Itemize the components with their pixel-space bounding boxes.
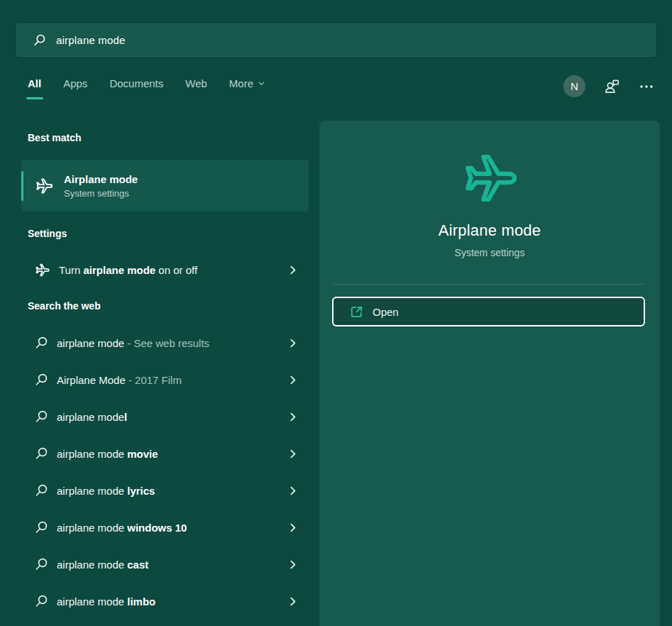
tab-apps[interactable]: Apps bbox=[63, 77, 87, 99]
search-box[interactable]: airplane mode bbox=[16, 23, 656, 57]
tab-more[interactable]: More bbox=[229, 77, 265, 99]
airplane-icon bbox=[34, 176, 54, 196]
web-suggestion-row[interactable]: airplane mode movie bbox=[21, 438, 309, 469]
person-chat-icon[interactable] bbox=[602, 77, 621, 96]
web-suggestion-label: Airplane Mode - 2017 Film bbox=[57, 374, 182, 386]
web-suggestion-row[interactable]: airplane mode cast bbox=[21, 549, 309, 580]
preview-title: Airplane mode bbox=[319, 221, 660, 240]
airplane-icon bbox=[458, 147, 521, 209]
preview-panel: Airplane mode System settings Open bbox=[319, 121, 660, 626]
web-suggestion-row[interactable]: airplane mode - See web results bbox=[21, 327, 309, 358]
chevron-right-icon bbox=[287, 374, 299, 386]
avatar[interactable]: N bbox=[563, 75, 585, 97]
chevron-right-icon bbox=[287, 448, 299, 460]
search-input[interactable]: airplane mode bbox=[56, 34, 126, 46]
web-suggestion-row[interactable]: airplane mode lyrics bbox=[21, 475, 309, 506]
web-suggestion-label: airplane mode lyrics bbox=[57, 485, 155, 497]
tab-web[interactable]: Web bbox=[185, 77, 207, 99]
search-web-heading: Search the web bbox=[28, 300, 101, 312]
search-icon bbox=[34, 446, 48, 461]
web-suggestion-label: airplane mode windows 10 bbox=[57, 522, 187, 534]
search-icon bbox=[34, 373, 48, 387]
chevron-right-icon bbox=[287, 411, 299, 423]
header-actions: N bbox=[563, 75, 655, 97]
chevron-down-icon bbox=[258, 79, 265, 87]
chevron-right-icon bbox=[287, 264, 299, 276]
web-suggestion-row[interactable]: airplane model bbox=[21, 401, 309, 432]
web-suggestion-label: airplane mode cast bbox=[57, 559, 148, 571]
search-icon bbox=[34, 483, 48, 498]
open-button-label: Open bbox=[373, 306, 399, 318]
web-suggestion-row[interactable]: airplane mode limbo bbox=[21, 586, 309, 617]
best-match-title: Airplane mode bbox=[64, 173, 138, 185]
chevron-right-icon bbox=[287, 559, 299, 571]
selection-accent-bar bbox=[21, 171, 23, 201]
web-suggestion-label: airplane mode - See web results bbox=[57, 337, 209, 349]
search-icon bbox=[33, 33, 46, 47]
airplane-icon bbox=[34, 262, 50, 278]
web-suggestion-label: airplane mode movie bbox=[57, 448, 158, 460]
search-icon bbox=[34, 336, 48, 350]
settings-heading: Settings bbox=[28, 228, 67, 239]
divider bbox=[334, 284, 644, 285]
settings-item-airplane-toggle[interactable]: Turn airplane mode on or off bbox=[21, 254, 309, 285]
search-icon bbox=[34, 594, 48, 608]
chevron-right-icon bbox=[287, 485, 299, 497]
tab-all[interactable]: All bbox=[28, 77, 41, 99]
best-match-heading: Best match bbox=[28, 132, 81, 143]
tab-documents[interactable]: Documents bbox=[109, 77, 163, 99]
settings-item-label: Turn airplane mode on or off bbox=[59, 264, 197, 276]
chevron-right-icon bbox=[287, 595, 299, 608]
search-icon bbox=[34, 410, 48, 424]
search-icon bbox=[34, 557, 48, 571]
open-external-icon bbox=[349, 304, 364, 319]
web-suggestion-row[interactable]: airplane mode windows 10 bbox=[21, 512, 309, 543]
chevron-right-icon bbox=[287, 522, 299, 534]
best-match-item[interactable]: Airplane mode System settings bbox=[21, 160, 309, 212]
web-suggestion-row[interactable]: Airplane Mode - 2017 Film bbox=[21, 364, 309, 395]
search-icon bbox=[34, 520, 48, 534]
preview-subtitle: System settings bbox=[319, 247, 660, 258]
filter-tabs: All Apps Documents Web More bbox=[28, 77, 265, 99]
chevron-right-icon bbox=[287, 337, 299, 349]
best-match-subtitle: System settings bbox=[64, 188, 138, 199]
web-suggestion-label: airplane model bbox=[57, 411, 127, 423]
web-suggestion-label: airplane mode limbo bbox=[57, 595, 155, 608]
ellipsis-icon[interactable] bbox=[638, 78, 655, 95]
open-button[interactable]: Open bbox=[332, 297, 645, 326]
